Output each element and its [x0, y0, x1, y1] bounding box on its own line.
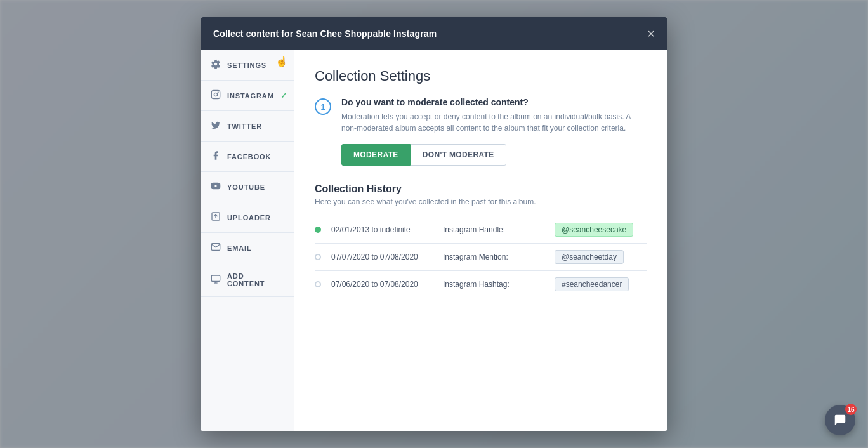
history-tag: @seancheetday	[555, 250, 624, 264]
svg-rect-6	[211, 275, 220, 281]
check-icon: ✓	[280, 91, 287, 100]
history-row: 02/01/2013 to indefinite Instagram Handl…	[315, 216, 647, 244]
sidebar-item-twitter[interactable]: TwItteR	[201, 111, 294, 142]
history-type: Instagram Mention:	[443, 253, 544, 261]
modal-header: Collect content for Sean Chee Shoppable …	[201, 17, 667, 50]
sidebar-item-instagram[interactable]: INSTAGRAM ✓	[201, 81, 294, 111]
chat-bubble-button[interactable]: 16	[825, 405, 855, 435]
chat-icon	[833, 413, 847, 427]
modal-sidebar: SETTINGS ☝ INSTAGRAM ✓ TwItteR	[201, 50, 294, 431]
sidebar-facebook-label: FACEBOOK	[227, 153, 271, 161]
history-section: Collection History Here you can see what…	[315, 183, 647, 298]
uploader-icon	[211, 211, 221, 223]
history-tag: @seancheesecake	[555, 223, 633, 237]
svg-point-2	[218, 91, 219, 93]
history-type: Instagram Handle:	[443, 225, 544, 234]
step-1-container: 1 Do you want to moderate collected cont…	[315, 97, 647, 166]
history-row: 07/06/2020 to 07/08/2020 Instagram Hasht…	[315, 271, 647, 298]
history-row: 07/07/2020 to 07/08/2020 Instagram Menti…	[315, 244, 647, 271]
sidebar-email-label: EMAIL	[227, 244, 252, 252]
facebook-icon	[211, 150, 221, 162]
sidebar-twitter-label: TwItteR	[227, 122, 262, 130]
history-title: Collection History	[315, 183, 647, 195]
chat-badge-count: 16	[845, 404, 857, 415]
modal-close-button[interactable]: ×	[647, 27, 655, 40]
svg-point-1	[214, 93, 217, 96]
sidebar-uploader-label: UPLOADER	[227, 214, 271, 221]
sidebar-item-add-content[interactable]: ADD CONTENT	[201, 263, 294, 297]
modal: Collect content for Sean Chee Shoppable …	[201, 17, 667, 431]
add-content-icon	[211, 274, 221, 286]
moderate-button[interactable]: MODERATE	[341, 144, 411, 166]
step-question: Do you want to moderate collected conten…	[341, 97, 647, 107]
modal-title: Collect content for Sean Chee Shoppable …	[213, 29, 437, 39]
email-icon	[211, 242, 221, 254]
history-type: Instagram Hashtag:	[443, 280, 544, 289]
sidebar-youtube-label: YOUTUBE	[227, 183, 265, 191]
instagram-icon	[211, 89, 221, 102]
history-subtitle: Here you can see what you've collected i…	[315, 197, 647, 206]
sidebar-settings-label: SETTINGS	[227, 62, 266, 69]
step-number: 1	[315, 98, 331, 115]
history-date: 07/07/2020 to 07/08/2020	[331, 253, 433, 261]
step-content: Do you want to moderate collected conten…	[341, 97, 647, 166]
history-tag: #seancheedancer	[555, 277, 629, 291]
svg-rect-0	[211, 90, 220, 98]
status-dot-active	[315, 227, 321, 233]
sidebar-item-facebook[interactable]: FACEBOOK	[201, 142, 294, 172]
sidebar-add-content-label: ADD CONTENT	[227, 272, 284, 287]
sidebar-item-settings[interactable]: SETTINGS ☝	[201, 50, 294, 81]
youtube-icon	[211, 181, 221, 193]
modal-body: SETTINGS ☝ INSTAGRAM ✓ TwItteR	[201, 50, 667, 431]
section-title: Collection Settings	[315, 68, 647, 84]
sidebar-instagram-label: INSTAGRAM	[227, 92, 274, 100]
status-dot-inactive	[315, 281, 321, 287]
cursor-icon: ☝	[275, 55, 289, 67]
sidebar-item-youtube[interactable]: YOUTUBE	[201, 172, 294, 202]
main-content-area: Collection Settings 1 Do you want to mod…	[294, 50, 667, 431]
dont-moderate-button[interactable]: DON'T MODERATE	[411, 144, 506, 166]
gear-icon	[211, 59, 221, 71]
history-date: 07/06/2020 to 07/08/2020	[331, 280, 433, 289]
status-dot-inactive	[315, 254, 321, 260]
sidebar-item-email[interactable]: EMAIL	[201, 233, 294, 263]
twitter-icon	[211, 120, 221, 132]
sidebar-item-uploader[interactable]: UPLOADER	[201, 202, 294, 233]
history-date: 02/01/2013 to indefinite	[331, 225, 433, 234]
step-description: Moderation lets you accept or deny conte…	[341, 111, 647, 134]
moderation-button-group: MODERATE DON'T MODERATE	[341, 144, 647, 166]
